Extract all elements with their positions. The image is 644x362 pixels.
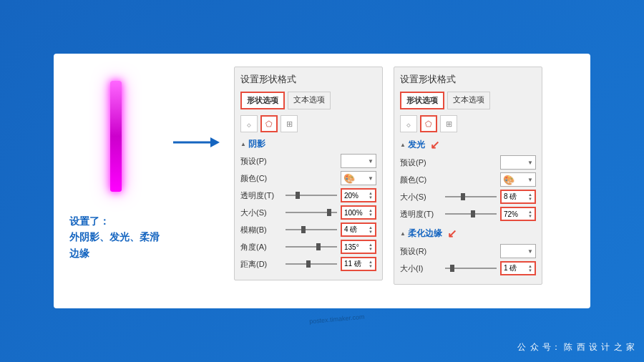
input-blur-left[interactable]: 4 磅 ▲▼ xyxy=(341,222,376,237)
tab-text-options-left[interactable]: 文本选项 xyxy=(288,92,331,109)
svg-marker-1 xyxy=(210,137,220,147)
label-line1: 设置了： xyxy=(69,215,109,227)
row-blur-left: 模糊(B) 4 磅 ▲▼ xyxy=(240,222,376,237)
row-distance-left: 距离(D) 11 磅 ▲▼ xyxy=(240,257,376,271)
row-glow-preset: 预设(P) ▼ xyxy=(400,155,536,170)
label-glow-preset: 预设(P) xyxy=(400,157,441,168)
watermark-right: 公 众 号： 陈 西 设 计 之 家 xyxy=(517,341,635,353)
main-container: 设置了： 外阴影、发光、柔滑边缘 设置形状格式 形状选项 文本选项 ⬦ ⬠ ⊞ xyxy=(0,0,644,362)
label-glow-transparency: 透明度(T) xyxy=(400,209,441,220)
input-glow-preset[interactable]: ▼ xyxy=(500,155,536,170)
row-preset-left: 预设(P) ▼ xyxy=(240,154,376,168)
label-glow-color: 颜色(C) xyxy=(400,175,441,185)
glow-label: 发光 xyxy=(408,139,425,151)
left-panel: 设置形状格式 形状选项 文本选项 ⬦ ⬠ ⊞ ▲ 阴影 预设(P) ▼ xyxy=(234,67,383,280)
label-text: 设置了： 外阴影、发光、柔滑边缘 xyxy=(69,213,162,261)
left-panel-icons: ⬦ ⬠ ⊞ xyxy=(240,115,376,132)
soft-arrow-indicator: ↙ xyxy=(447,227,457,240)
row-transparency-left: 透明度(T) 20% ▲▼ xyxy=(240,188,376,202)
left-panel-tabs: 形状选项 文本选项 xyxy=(240,92,376,109)
tab-shape-options-left[interactable]: 形状选项 xyxy=(240,92,285,109)
row-angle-left: 角度(A) 135° ▲▼ xyxy=(240,240,376,254)
row-size-left: 大小(S) 100% ▲▼ xyxy=(240,205,376,220)
right-panel: 设置形状格式 形状选项 文本选项 ⬦ ⬠ ⊞ ▲ 发光 ↙ 预设(P) xyxy=(394,67,542,285)
glow-section-header: ▲ 发光 ↙ xyxy=(400,138,536,152)
label-color-left: 颜色(C) xyxy=(240,173,282,184)
soft-label: 柔化边缘 xyxy=(408,228,442,240)
tab-shape-options-right[interactable]: 形状选项 xyxy=(400,92,444,109)
input-glow-transparency[interactable]: 72% ▲▼ xyxy=(500,207,536,221)
white-area: 设置了： 外阴影、发光、柔滑边缘 设置形状格式 形状选项 文本选项 ⬦ ⬠ ⊞ xyxy=(54,54,590,308)
input-glow-color[interactable]: 🎨▼ xyxy=(500,172,536,187)
input-transparency-left[interactable]: 20% ▲▼ xyxy=(341,188,376,202)
left-section: 设置了： 外阴影、发光、柔滑边缘 xyxy=(69,67,162,295)
glow-arrow-indicator: ↙ xyxy=(430,138,439,152)
shadow-section-header: ▲ 阴影 xyxy=(240,138,376,150)
row-soft-preset: 预设(R) ▼ xyxy=(400,244,536,258)
input-soft-size[interactable]: 1 磅 ▲▼ xyxy=(500,261,536,275)
input-distance-left[interactable]: 11 磅 ▲▼ xyxy=(341,257,376,271)
row-glow-transparency: 透明度(T) 72% ▲▼ xyxy=(400,207,536,221)
right-panel-title: 设置形状格式 xyxy=(400,73,536,86)
effect-icon-right[interactable]: ⬠ xyxy=(420,115,437,132)
left-panel-title: 设置形状格式 xyxy=(240,73,376,86)
input-glow-size[interactable]: 8 磅 ▲▼ xyxy=(500,190,536,204)
label-preset-left: 预设(P) xyxy=(240,156,282,167)
arrow-area xyxy=(173,134,220,150)
fill-icon-right[interactable]: ⬦ xyxy=(400,115,417,132)
right-panel-tabs: 形状选项 文本选项 xyxy=(400,92,536,109)
fill-icon[interactable]: ⬦ xyxy=(240,115,258,132)
label-soft-preset: 预设(R) xyxy=(400,246,441,257)
right-panel-icons: ⬦ ⬠ ⊞ xyxy=(400,115,536,132)
pink-bar-container xyxy=(69,81,162,192)
label-transparency-left: 透明度(T) xyxy=(240,190,282,201)
input-angle-left[interactable]: 135° ▲▼ xyxy=(341,240,376,254)
input-preset-left[interactable]: ▼ xyxy=(341,154,376,168)
row-glow-size: 大小(S) 8 磅 ▲▼ xyxy=(400,190,536,204)
label-soft-size: 大小(I) xyxy=(400,263,441,274)
layout-icon-right[interactable]: ⊞ xyxy=(440,115,457,132)
soft-section-header: ▲ 柔化边缘 ↙ xyxy=(400,227,536,240)
row-color-left: 颜色(C) 🎨▼ xyxy=(240,171,376,185)
input-soft-preset[interactable]: ▼ xyxy=(500,244,536,258)
right-arrow-icon xyxy=(173,134,220,150)
pink-bar xyxy=(110,81,122,192)
label-line2: 外阴影、发光、柔滑边缘 xyxy=(69,231,160,258)
label-distance-left: 距离(D) xyxy=(240,259,282,270)
effect-icon[interactable]: ⬠ xyxy=(260,115,278,132)
label-glow-size: 大小(S) xyxy=(400,192,441,202)
layout-icon[interactable]: ⊞ xyxy=(280,115,298,132)
label-blur-left: 模糊(B) xyxy=(240,225,282,235)
row-glow-color: 颜色(C) 🎨▼ xyxy=(400,172,536,187)
row-soft-size: 大小(I) 1 磅 ▲▼ xyxy=(400,261,536,275)
tab-text-options-right[interactable]: 文本选项 xyxy=(447,92,490,109)
input-color-left[interactable]: 🎨▼ xyxy=(341,171,376,185)
label-angle-left: 角度(A) xyxy=(240,242,282,253)
input-size-left[interactable]: 100% ▲▼ xyxy=(341,205,376,220)
shadow-label: 阴影 xyxy=(248,138,265,150)
watermark-center: postex.timaker.com xyxy=(309,313,365,326)
label-size-left: 大小(S) xyxy=(240,207,282,218)
